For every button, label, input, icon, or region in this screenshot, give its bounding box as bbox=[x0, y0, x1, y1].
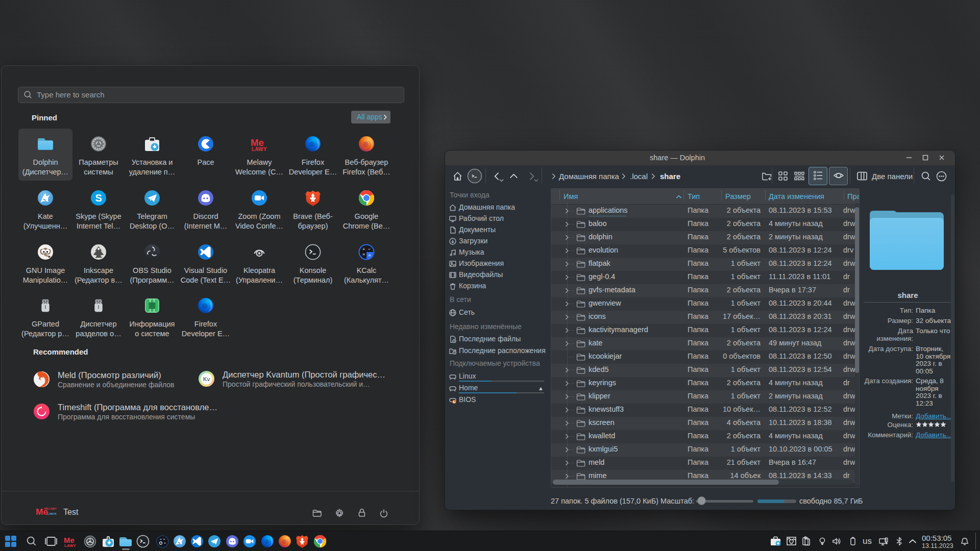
svg-text:LINUX: LINUX bbox=[47, 512, 57, 515]
svg-text:S: S bbox=[95, 192, 102, 204]
svg-text:+: + bbox=[362, 246, 365, 251]
svg-text:Kv: Kv bbox=[203, 375, 210, 382]
svg-text:−: − bbox=[368, 246, 371, 251]
svg-text:LAWY: LAWY bbox=[252, 146, 267, 152]
svg-text:MELAWY: MELAWY bbox=[44, 507, 57, 510]
svg-text:×: × bbox=[362, 252, 365, 257]
svg-text:=: = bbox=[369, 253, 371, 257]
svg-text:LAWY: LAWY bbox=[64, 543, 77, 547]
